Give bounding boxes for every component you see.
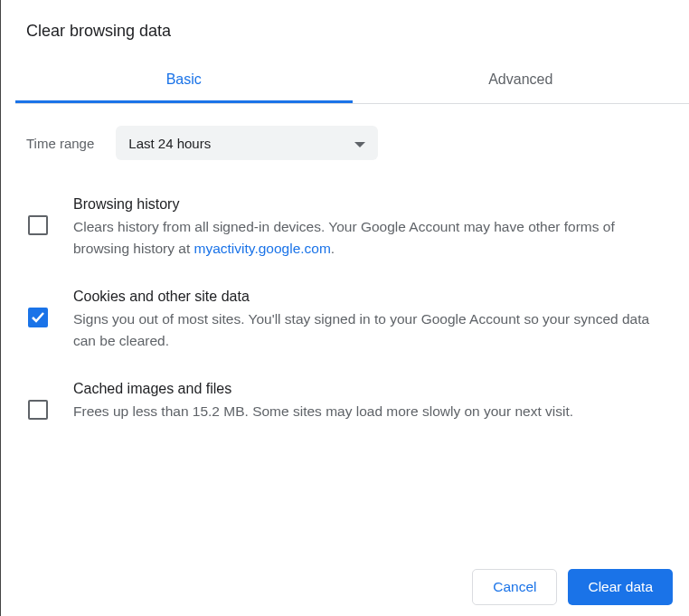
option-desc: Frees up less than 15.2 MB. Some sites m… (73, 401, 667, 422)
clear-browsing-data-dialog: Clear browsing data Basic Advanced Time … (1, 0, 689, 437)
dialog-title: Clear browsing data (1, 0, 689, 59)
option-content: Browsing history Clears history from all… (73, 196, 667, 260)
cancel-button[interactable]: Cancel (472, 569, 557, 605)
time-range-value: Last 24 hours (128, 136, 211, 151)
tab-basic[interactable]: Basic (15, 59, 353, 103)
tabs: Basic Advanced (15, 59, 689, 104)
option-content: Cached images and files Frees up less th… (73, 381, 667, 422)
option-cookies: Cookies and other site data Signs you ou… (28, 274, 667, 366)
option-desc: Signs you out of most sites. You'll stay… (73, 308, 667, 352)
option-title: Cached images and files (73, 381, 667, 397)
myactivity-link[interactable]: myactivity.google.com (194, 241, 331, 256)
dialog-footer: Cancel Clear data (472, 569, 673, 605)
clear-data-button[interactable]: Clear data (568, 569, 673, 605)
checkbox-browsing-history[interactable] (28, 215, 48, 235)
checkbox-cookies[interactable] (28, 308, 48, 327)
option-browsing-history: Browsing history Clears history from all… (28, 182, 667, 274)
desc-text-after: . (331, 241, 335, 256)
option-cache: Cached images and files Frees up less th… (28, 366, 667, 437)
time-range-row: Time range Last 24 hours (1, 104, 689, 175)
tab-advanced[interactable]: Advanced (353, 59, 690, 103)
option-content: Cookies and other site data Signs you ou… (73, 289, 667, 352)
time-range-dropdown[interactable]: Last 24 hours (116, 126, 378, 160)
dropdown-arrow-icon (354, 135, 365, 151)
option-desc: Clears history from all signed-in device… (73, 216, 667, 260)
options-list: Browsing history Clears history from all… (1, 175, 689, 437)
option-title: Browsing history (73, 196, 667, 213)
checkbox-cache[interactable] (28, 400, 48, 420)
option-title: Cookies and other site data (73, 289, 667, 305)
time-range-label: Time range (26, 136, 94, 151)
desc-text-before: Clears history from all signed-in device… (73, 219, 615, 256)
